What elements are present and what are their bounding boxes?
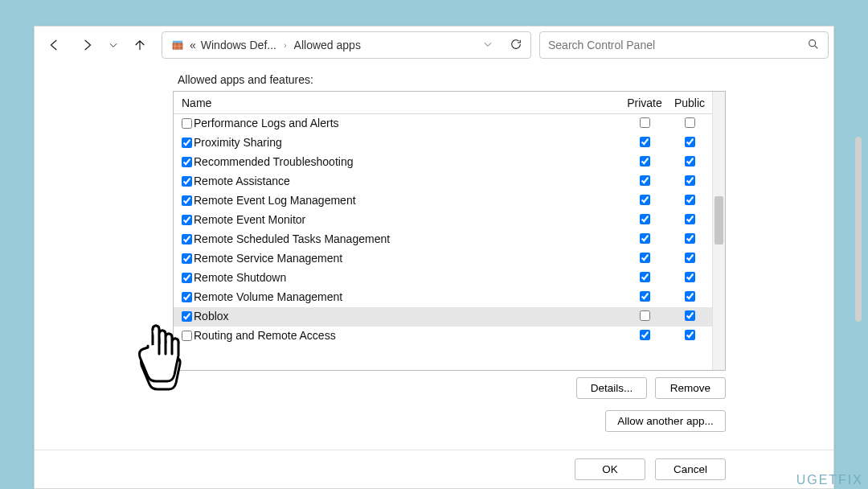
private-checkbox[interactable] — [640, 330, 650, 340]
app-enable-checkbox[interactable] — [182, 176, 192, 187]
private-checkbox[interactable] — [640, 291, 650, 302]
app-name-label: Roblox — [194, 310, 229, 323]
watermark: UGETFIX — [796, 473, 863, 487]
app-enable-checkbox[interactable] — [182, 253, 192, 264]
page-scrollbar[interactable] — [855, 137, 862, 322]
list-buttons: Details... Remove — [173, 377, 726, 399]
private-checkbox[interactable] — [640, 214, 650, 224]
list-item[interactable]: Remote Service Management — [174, 249, 712, 269]
list-body: Performance Logs and AlertsProximity Sha… — [174, 114, 712, 370]
public-checkbox[interactable] — [685, 156, 695, 166]
private-checkbox[interactable] — [640, 195, 650, 205]
allow-another-app-button[interactable]: Allow another app... — [605, 410, 726, 432]
private-checkbox[interactable] — [640, 156, 650, 166]
public-checkbox[interactable] — [685, 330, 695, 340]
scrollbar-thumb[interactable] — [714, 196, 723, 244]
list-item[interactable]: Roblox — [174, 307, 712, 327]
private-checkbox[interactable] — [640, 117, 650, 128]
public-checkbox[interactable] — [685, 117, 695, 128]
up-button[interactable] — [125, 31, 155, 59]
column-public[interactable]: Public — [667, 97, 712, 109]
app-name-label: Performance Logs and Alerts — [194, 117, 339, 129]
allowed-apps-panel: Allowed apps and features: Name Private … — [173, 73, 726, 432]
private-checkbox[interactable] — [640, 175, 650, 186]
list-item[interactable]: Proximity Sharing — [174, 134, 712, 153]
search-input[interactable] — [548, 39, 807, 51]
list-header: Name Private Public — [174, 92, 712, 114]
address-bar[interactable]: « Windows Def... › Allowed apps — [162, 31, 531, 59]
apps-list-box: Name Private Public Performance Logs and… — [173, 91, 726, 371]
private-checkbox[interactable] — [640, 253, 650, 263]
app-enable-checkbox[interactable] — [182, 292, 192, 302]
chevron-right-icon: › — [281, 40, 289, 50]
app-enable-checkbox[interactable] — [182, 195, 192, 206]
list-item[interactable]: Remote Event Log Management — [174, 191, 712, 211]
app-name-label: Remote Scheduled Tasks Management — [194, 232, 390, 245]
app-name-label: Remote Event Monitor — [194, 213, 305, 226]
svg-point-3 — [809, 39, 816, 46]
list-scrollbar[interactable] — [712, 92, 725, 370]
shield-icon — [170, 38, 185, 52]
app-enable-checkbox[interactable] — [182, 138, 192, 148]
app-name-label: Proximity Sharing — [194, 136, 282, 149]
forward-button[interactable] — [72, 31, 102, 59]
ok-button[interactable]: OK — [575, 458, 645, 480]
column-private[interactable]: Private — [622, 97, 667, 109]
public-checkbox[interactable] — [685, 291, 695, 302]
breadcrumb-prefix: « — [190, 39, 196, 51]
column-name[interactable]: Name — [174, 97, 622, 109]
list-item[interactable]: Performance Logs and Alerts — [174, 114, 712, 134]
search-icon[interactable] — [807, 38, 820, 53]
public-checkbox[interactable] — [685, 233, 695, 244]
refresh-icon[interactable] — [510, 38, 522, 53]
app-name-label: Remote Volume Management — [194, 290, 342, 303]
dialog-footer: OK Cancel — [35, 450, 833, 488]
list-item[interactable]: Remote Assistance — [174, 172, 712, 191]
public-checkbox[interactable] — [685, 195, 695, 205]
section-label: Allowed apps and features: — [178, 73, 726, 86]
public-checkbox[interactable] — [685, 137, 695, 147]
remove-button[interactable]: Remove — [655, 377, 726, 399]
private-checkbox[interactable] — [640, 310, 650, 321]
public-checkbox[interactable] — [685, 214, 695, 224]
app-enable-checkbox[interactable] — [182, 331, 192, 341]
details-button[interactable]: Details... — [576, 377, 647, 399]
list-item[interactable]: Remote Volume Management — [174, 288, 712, 307]
app-name-label: Remote Service Management — [194, 252, 342, 265]
breadcrumb-item[interactable]: Allowed apps — [294, 39, 361, 51]
app-enable-checkbox[interactable] — [182, 157, 192, 167]
list-item[interactable]: Remote Scheduled Tasks Management — [174, 230, 712, 249]
app-name-label: Routing and Remote Access — [194, 329, 336, 342]
list-item[interactable]: Remote Event Monitor — [174, 211, 712, 230]
app-enable-checkbox[interactable] — [182, 118, 192, 129]
list-item[interactable]: Routing and Remote Access — [174, 327, 712, 346]
cancel-button[interactable]: Cancel — [655, 458, 726, 480]
public-checkbox[interactable] — [685, 253, 695, 263]
app-enable-checkbox[interactable] — [182, 311, 192, 322]
back-button[interactable] — [39, 31, 70, 59]
control-panel-window: « Windows Def... › Allowed apps Allowed … — [34, 26, 834, 489]
private-checkbox[interactable] — [640, 137, 650, 147]
list-item[interactable]: Recommended Troubleshooting — [174, 153, 712, 172]
private-checkbox[interactable] — [640, 272, 650, 282]
list-item[interactable]: Remote Shutdown — [174, 269, 712, 288]
app-name-label: Remote Assistance — [194, 175, 290, 187]
app-name-label: Recommended Troubleshooting — [194, 155, 353, 168]
public-checkbox[interactable] — [685, 310, 695, 321]
content-area: Allowed apps and features: Name Private … — [35, 64, 833, 450]
app-enable-checkbox[interactable] — [182, 273, 192, 283]
svg-rect-2 — [173, 41, 182, 43]
app-enable-checkbox[interactable] — [182, 215, 192, 225]
titlebar: « Windows Def... › Allowed apps — [35, 27, 833, 64]
app-name-label: Remote Event Log Management — [194, 194, 356, 207]
public-checkbox[interactable] — [685, 272, 695, 282]
search-box[interactable] — [539, 31, 829, 59]
breadcrumb-item[interactable]: Windows Def... — [201, 39, 276, 51]
private-checkbox[interactable] — [640, 233, 650, 244]
app-name-label: Remote Shutdown — [194, 271, 286, 284]
public-checkbox[interactable] — [685, 175, 695, 186]
addr-dropdown-icon[interactable] — [482, 39, 493, 52]
recent-dropdown[interactable] — [104, 31, 123, 59]
app-enable-checkbox[interactable] — [182, 234, 192, 244]
